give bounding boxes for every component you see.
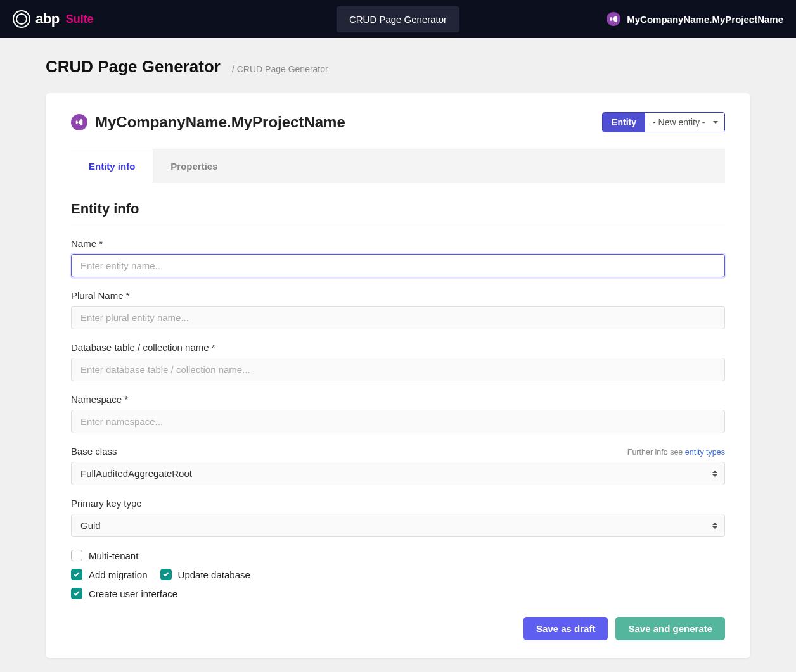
abp-logo-icon: [13, 10, 30, 28]
save-generate-button[interactable]: Save and generate: [615, 617, 725, 640]
section-title: Entity info: [71, 201, 725, 224]
tab-entity-info[interactable]: Entity info: [71, 149, 153, 183]
nav-project-selector[interactable]: MyCompanyName.MyProjectName: [607, 12, 783, 26]
name-input[interactable]: [71, 254, 725, 277]
entity-select[interactable]: - New entity -: [645, 113, 724, 132]
page-title: CRUD Page Generator: [46, 57, 221, 77]
entity-picker: Entity - New entity -: [602, 112, 725, 132]
pk-label: Primary key type: [71, 498, 725, 509]
nav-center: CRUD Page Generator: [337, 6, 459, 32]
logo-text-suffix: Suite: [66, 13, 94, 26]
visual-studio-icon: [607, 12, 620, 26]
multi-tenant-label: Multi-tenant: [89, 550, 138, 561]
entity-picker-label: Entity: [603, 113, 645, 132]
update-database-label: Update database: [178, 569, 250, 580]
save-draft-button[interactable]: Save as draft: [523, 617, 608, 640]
add-migration-label: Add migration: [89, 569, 148, 580]
top-navbar: abpSuite CRUD Page Generator MyCompanyNa…: [0, 0, 796, 38]
tabs: Entity info Properties: [71, 149, 725, 183]
page-header: CRUD Page Generator / CRUD Page Generato…: [46, 57, 750, 77]
add-migration-checkbox[interactable]: [71, 569, 82, 580]
create-ui-label: Create user interface: [89, 588, 177, 599]
nav-crud-button[interactable]: CRUD Page Generator: [337, 6, 459, 32]
plural-input[interactable]: [71, 306, 725, 329]
visual-studio-icon: [71, 114, 87, 130]
base-class-select[interactable]: FullAuditedAggregateRoot: [71, 462, 725, 485]
tab-properties[interactable]: Properties: [153, 149, 235, 183]
namespace-label: Namespace *: [71, 394, 725, 405]
base-class-label: Base class: [71, 446, 117, 457]
name-label: Name *: [71, 238, 725, 249]
entity-types-link[interactable]: entity types: [685, 448, 725, 457]
nav-project-name: MyCompanyName.MyProjectName: [627, 14, 783, 25]
project-name-heading: MyCompanyName.MyProjectName: [95, 113, 345, 131]
logo[interactable]: abpSuite: [13, 10, 94, 28]
plural-label: Plural Name *: [71, 290, 725, 301]
table-input[interactable]: [71, 358, 725, 381]
pk-select[interactable]: Guid: [71, 514, 725, 537]
table-label: Database table / collection name *: [71, 342, 725, 353]
main-card: MyCompanyName.MyProjectName Entity - New…: [46, 93, 750, 658]
namespace-input[interactable]: [71, 410, 725, 433]
multi-tenant-checkbox[interactable]: [71, 550, 82, 561]
logo-text-main: abp: [35, 11, 60, 27]
breadcrumb: / CRUD Page Generator: [232, 64, 328, 74]
base-class-hint: Further info see entity types: [627, 448, 725, 457]
update-database-checkbox[interactable]: [160, 569, 172, 580]
create-ui-checkbox[interactable]: [71, 588, 82, 599]
